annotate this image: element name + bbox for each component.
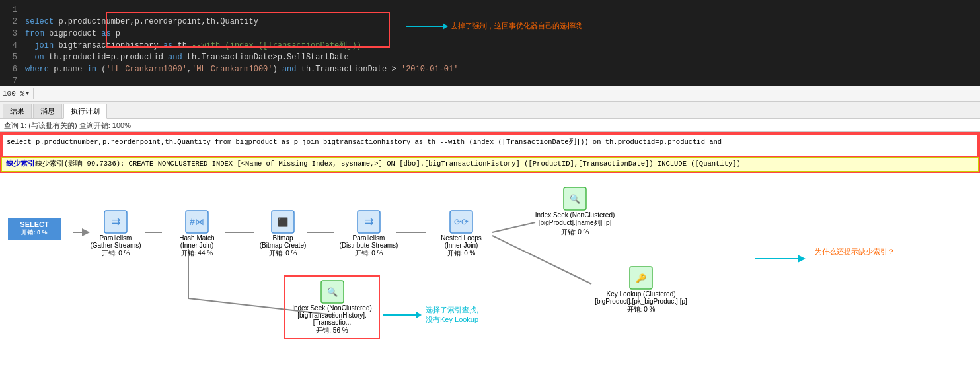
svg-text:🔍: 🔍	[327, 286, 338, 298]
node-index-seek-bigproduct: 🔍 Index Seek (NonClustered) [bigProduct]…	[529, 186, 621, 237]
nested-loops-icon: ⟳⟳	[428, 209, 494, 234]
sql-text: select p.productnumber,p.reorderpoint,th…	[7, 138, 722, 146]
zoom-control: 100 % ▼	[3, 90, 29, 98]
tabs-bar: 结果 消息 执行计划	[0, 102, 980, 119]
parallelism-distribute-icon: ⇉	[332, 209, 405, 234]
svg-text:⬛: ⬛	[278, 217, 289, 228]
svg-line-6	[492, 236, 591, 284]
tab-messages[interactable]: 消息	[33, 104, 62, 118]
node-hash-match: #⋈ Hash Match (Inner Join) 开销: 44 %	[164, 209, 230, 258]
sql-missing-area: select p.productnumber,p.reorderpoint,th…	[0, 132, 980, 173]
query-info-text: 查询 1: (与该批有关的) 查询开销: 100%	[4, 121, 131, 129]
plan-container: SELECT 开销: 0 % ⇉ Parallelism (Gather Str…	[0, 173, 980, 369]
annotation-remove-hint: 去掉了强制，这回事优化器自己的选择哦	[406, 21, 582, 31]
svg-text:⇉: ⇉	[365, 216, 373, 227]
index-seek-icon: 🔍	[529, 186, 621, 211]
missing-index-text: 缺少索引缺少索引(影响 99.7336): CREATE NONCLUSTERE…	[6, 160, 741, 168]
sql-text-display: select p.productnumber,p.reorderpoint,th…	[1, 133, 979, 157]
svg-text:⟳⟳: ⟳⟳	[454, 217, 469, 227]
tab-execution-plan[interactable]: 执行计划	[63, 104, 107, 119]
node-key-lookup: 🔑 Key Lookup (Clustered) [bigProduct].[p…	[591, 265, 691, 314]
svg-text:⇉: ⇉	[112, 216, 120, 227]
node-parallelism-distribute: ⇉ Parallelism (Distribute Streams) 开销: 0…	[332, 209, 405, 258]
parallelism-gather-icon: ⇉	[83, 209, 149, 234]
hash-match-icon: #⋈	[164, 209, 230, 234]
svg-text:🔑: 🔑	[636, 273, 647, 284]
bottom-annotation: 选择了索引查找, 没有Key Lookup	[426, 305, 478, 325]
code-editor: 1 2 3 4 5 6 7 select p.productnumber,p.r…	[0, 0, 980, 86]
missing-index-bar: 缺少索引缺少索引(影响 99.7336): CREATE NONCLUSTERE…	[1, 157, 979, 172]
index-seek-transaction-icon: 🔍	[288, 279, 376, 304]
node-parallelism-gather: ⇉ Parallelism (Gather Streams) 开销: 0 %	[83, 209, 149, 258]
toolbar: 100 % ▼	[0, 86, 980, 102]
tab-results[interactable]: 结果	[3, 104, 32, 118]
right-annotation-text: 为什么还提示缺少索引？	[815, 247, 895, 257]
code-content[interactable]: select p.productnumber,p.reorderpoint,th…	[20, 3, 980, 83]
zoom-dropdown-icon[interactable]: ▼	[26, 90, 29, 97]
node-select: SELECT 开销: 0 %	[8, 218, 61, 240]
right-annotation: 为什么还提示缺少索引？	[808, 252, 940, 268]
connectors	[0, 173, 980, 369]
svg-text:#⋈: #⋈	[190, 217, 204, 227]
node-index-seek-transaction: 🔍 Index Seek (NonClustered) [bigTransact…	[284, 275, 380, 339]
query-info-bar: 查询 1: (与该批有关的) 查询开销: 100%	[0, 119, 980, 132]
node-nested-loops: ⟳⟳ Nested Loops (Inner Join) 开销: 0 %	[428, 209, 494, 258]
node-bitmap: ⬛ Bitmap (Bitmap Create) 开销: 0 %	[250, 209, 316, 258]
app-container: 1 2 3 4 5 6 7 select p.productnumber,p.r…	[0, 0, 980, 369]
cyan-arrow-bottom: 选择了索引查找, 没有Key Lookup	[383, 305, 478, 325]
line-numbers: 1 2 3 4 5 6 7	[0, 3, 20, 83]
svg-text:🔍: 🔍	[570, 193, 581, 205]
bitmap-icon: ⬛	[250, 209, 316, 234]
key-lookup-icon: 🔑	[591, 265, 691, 290]
zoom-value: 100 %	[3, 90, 24, 98]
